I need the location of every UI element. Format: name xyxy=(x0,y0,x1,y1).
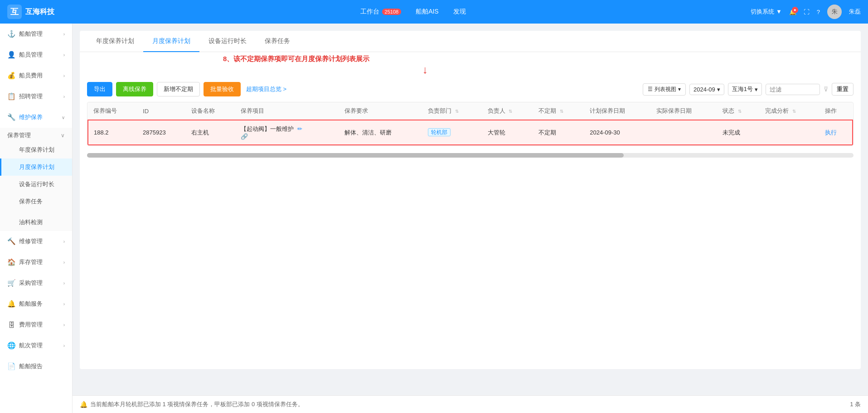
main-content: 年度保养计划 月度保养计划 设备运行时长 保养任务 8、该不定期保养项即可在月度… xyxy=(73,24,868,413)
execute-link[interactable]: 执行 xyxy=(825,129,837,136)
nav-discover[interactable]: 发现 xyxy=(453,8,466,16)
sidebar-item-purchase-mgmt[interactable]: 🛒 采购管理 › xyxy=(0,273,72,293)
help-btn[interactable]: ? xyxy=(817,9,820,15)
tab-maintain-task[interactable]: 保养任务 xyxy=(256,31,299,52)
date-selector[interactable]: 2024-09 ▾ xyxy=(689,84,724,95)
scroll-indicator[interactable] xyxy=(87,153,853,158)
sidebar-ship-cost-arrow: › xyxy=(63,73,65,78)
toolbar: 导出 离线保养 新增不定期 批量验收 超期项目总览 > ☰ 列表视图 ▾ 202… xyxy=(87,82,853,96)
sidebar-cost-mgmt-arrow: › xyxy=(63,322,65,327)
export-btn[interactable]: 导出 xyxy=(87,82,112,96)
footer-bell-icon: 🔔 xyxy=(80,401,87,408)
view-icon: ☰ xyxy=(648,86,653,92)
sidebar-group-maintain-mgmt[interactable]: 保养管理 ∨ xyxy=(0,128,72,141)
footer-info-text: 当前船舶本月轮机部已添加 1 项视情保养任务，甲板部已添加 0 项视情保养任务。 xyxy=(90,400,304,408)
nav-workbench[interactable]: 工作台 25108 xyxy=(360,8,402,16)
sidebar-item-repair-mgmt[interactable]: 🔨 维修管理 › xyxy=(0,231,72,252)
sidebar-ship-cost-label: 船员费用 xyxy=(19,72,63,80)
overdue-link[interactable]: 超期项目总览 > xyxy=(244,82,288,96)
ship-report-icon: 📄 xyxy=(7,362,15,370)
sidebar-item-monthly-plan[interactable]: 月度保养计划 xyxy=(0,158,72,176)
layout: ⚓ 船舶管理 › 👤 船员管理 › 💰 船员费用 › 📋 招聘管理 › 🔧 维护… xyxy=(0,24,868,413)
th-id: ID xyxy=(137,102,186,120)
sidebar-recruit-mgmt-arrow: › xyxy=(63,94,65,99)
sidebar-item-cost-mgmt[interactable]: 🗄 费用管理 › xyxy=(0,314,72,335)
header-right: 切换系统 ▼ 🔔 ● ⛶ ? 朱 朱磊 xyxy=(751,5,861,19)
sidebar-item-recruit-mgmt[interactable]: 📋 招聘管理 › xyxy=(0,86,72,107)
table-view-btn[interactable]: ☰ 列表视图 ▾ xyxy=(643,83,686,96)
td-dept: 轮机部 xyxy=(422,120,482,145)
td-irregular: 不定期 xyxy=(533,120,584,145)
sidebar-item-voyage-mgmt[interactable]: 🌐 航次管理 › xyxy=(0,335,72,356)
sidebar-repair-mgmt-arrow: › xyxy=(63,239,65,244)
fullscreen-btn[interactable]: ⛶ xyxy=(804,9,810,15)
sidebar-group-oil: 油料检测 xyxy=(0,214,72,231)
sidebar-item-ship-service[interactable]: 🔔 船舶服务 › xyxy=(0,293,72,314)
sidebar: ⚓ 船舶管理 › 👤 船员管理 › 💰 船员费用 › 📋 招聘管理 › 🔧 维护… xyxy=(0,24,73,413)
th-person[interactable]: 负责人 ⇅ xyxy=(482,102,533,120)
sidebar-ship-mgmt-arrow: › xyxy=(63,32,65,37)
sidebar-crew-mgmt-arrow: › xyxy=(63,53,65,58)
maintain-item-text: 【起动阀】一般维护 xyxy=(241,125,294,132)
th-complete-analysis[interactable]: 完成分析 ⇅ xyxy=(760,102,820,120)
td-operation[interactable]: 执行 xyxy=(820,120,853,145)
th-irregular[interactable]: 不定期 ⇅ xyxy=(533,102,584,120)
th-status[interactable]: 状态 ⇅ xyxy=(717,102,760,120)
username[interactable]: 朱磊 xyxy=(849,8,861,16)
batch-accept-btn[interactable]: 批量验收 xyxy=(204,82,241,96)
inventory-mgmt-icon: 🏠 xyxy=(7,258,15,266)
header-center: 工作台 25108 船舶AIS 发现 xyxy=(75,8,751,16)
tab-annual-label: 年度保养计划 xyxy=(96,37,134,44)
sidebar-item-ship-cost[interactable]: 💰 船员费用 › xyxy=(0,65,72,86)
switch-system-btn[interactable]: 切换系统 ▼ xyxy=(751,8,781,16)
sidebar-item-equipment-runtime[interactable]: 设备运行时长 xyxy=(0,176,72,193)
sidebar-item-maintain-task[interactable]: 保养任务 xyxy=(0,193,72,210)
footer-count: 1 条 xyxy=(850,400,861,408)
sidebar-item-annual-plan[interactable]: 年度保养计划 xyxy=(0,141,72,158)
th-dept[interactable]: 负责部门 ⇅ xyxy=(422,102,482,120)
tab-monthly[interactable]: 月度保养计划 xyxy=(143,31,199,52)
ship-mgmt-icon: ⚓ xyxy=(7,30,15,38)
recruit-mgmt-icon: 📋 xyxy=(7,92,15,101)
table-header-row: 保养编号 ID 设备名称 保养项目 保养要求 负责部门 ⇅ 负责人 ⇅ 不定期 … xyxy=(88,102,853,120)
repair-mgmt-icon: 🔨 xyxy=(7,237,15,245)
sidebar-item-ship-report[interactable]: 📄 船舶报告 xyxy=(0,356,72,377)
logo-icon: 互 xyxy=(7,5,22,19)
edit-icon[interactable]: ✏ xyxy=(297,125,302,132)
reset-btn[interactable]: 重置 xyxy=(832,83,853,96)
link-icon[interactable]: 🔗 xyxy=(241,133,248,140)
tab-monthly-label: 月度保养计划 xyxy=(152,37,190,44)
ship-cost-icon: 💰 xyxy=(7,72,15,80)
tab-equipment-runtime[interactable]: 设备运行时长 xyxy=(199,31,256,52)
sidebar-item-inventory-mgmt[interactable]: 🏠 库存管理 › xyxy=(0,252,72,273)
sidebar-repair-mgmt-label: 维修管理 xyxy=(19,237,63,245)
offline-maintain-btn[interactable]: 离线保养 xyxy=(116,82,153,96)
tab-maintain-task-label: 保养任务 xyxy=(265,37,290,44)
sidebar-maintain-arrow: ∨ xyxy=(62,115,65,120)
sidebar-item-oil-inspect[interactable]: 油料检测 xyxy=(0,214,72,231)
sidebar-group-maintain-arrow: ∨ xyxy=(61,132,65,139)
td-person: 大管轮 xyxy=(482,120,533,145)
add-irregular-btn[interactable]: 新增不定期 xyxy=(157,82,200,96)
sidebar-item-ship-mgmt[interactable]: ⚓ 船舶管理 › xyxy=(0,24,72,44)
sidebar-item-crew-mgmt[interactable]: 👤 船员管理 › xyxy=(0,44,72,65)
th-maintain-item: 保养项目 xyxy=(235,102,339,120)
sidebar-ship-mgmt-label: 船舶管理 xyxy=(19,30,63,38)
table-row: 188.2 2875923 右主机 【起动阀】一般维护 ✏ 🔗 解体、清洁、研磨… xyxy=(88,120,853,145)
nav-ais[interactable]: 船舶AIS xyxy=(416,8,439,16)
filter-input[interactable] xyxy=(766,84,820,95)
ship-selector[interactable]: 互海1号 ▾ xyxy=(728,83,762,96)
notification-btn[interactable]: 🔔 ● xyxy=(789,9,796,15)
td-actual-date xyxy=(651,120,717,145)
sidebar-item-maintain[interactable]: 🔧 维护保养 ∨ xyxy=(0,107,72,128)
nav-ais-label: 船舶AIS xyxy=(416,8,439,16)
th-maintain-req: 保养要求 xyxy=(339,102,422,120)
sidebar-ship-report-label: 船舶报告 xyxy=(19,362,65,370)
tab-annual[interactable]: 年度保养计划 xyxy=(87,31,143,52)
avatar[interactable]: 朱 xyxy=(827,5,842,19)
td-plan-date: 2024-09-30 xyxy=(584,120,650,145)
voyage-mgmt-icon: 🌐 xyxy=(7,341,15,350)
tabs: 年度保养计划 月度保养计划 设备运行时长 保养任务 xyxy=(80,31,861,52)
sidebar-purchase-mgmt-label: 采购管理 xyxy=(19,279,63,287)
scroll-thumb xyxy=(87,153,624,158)
